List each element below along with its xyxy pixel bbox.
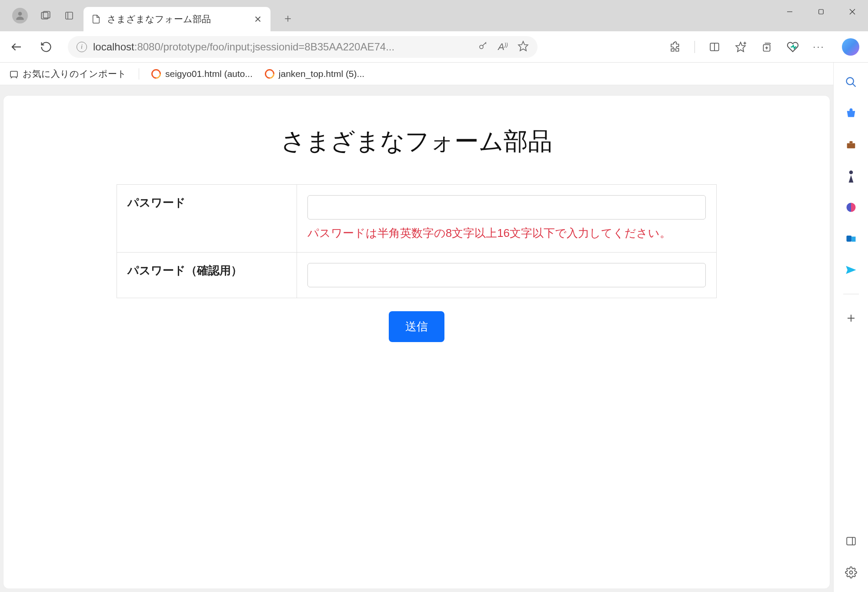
import-favorites-button[interactable]: お気に入りのインポート	[9, 68, 127, 80]
bookmarks-bar: お気に入りのインポート seigyo01.html (auto... janke…	[0, 63, 868, 85]
password-confirm-label: パスワード（確認用）	[117, 253, 297, 298]
page-icon	[91, 14, 101, 24]
svg-rect-30	[846, 236, 851, 242]
import-favorites-label: お気に入りのインポート	[23, 68, 127, 80]
copilot-icon[interactable]	[842, 38, 859, 56]
office-icon[interactable]	[844, 200, 858, 215]
svg-rect-33	[847, 537, 855, 545]
svg-point-14	[480, 45, 483, 49]
outlook-icon[interactable]	[844, 231, 858, 246]
url-actions: A))	[478, 40, 529, 53]
tab-actions-icon[interactable]	[63, 10, 75, 21]
search-icon[interactable]	[844, 75, 858, 90]
bookmark-janken-top[interactable]: janken_top.html (5)...	[265, 69, 364, 79]
svg-rect-28	[849, 141, 852, 143]
tools-icon[interactable]	[844, 137, 858, 152]
separator	[694, 41, 695, 53]
add-icon[interactable]	[844, 311, 858, 326]
refresh-button[interactable]	[38, 39, 54, 55]
back-button[interactable]	[9, 39, 24, 55]
password-row: パスワード パスワードは半角英数字の8文字以上16文字以下で入力してください。	[117, 185, 717, 253]
form-table: パスワード パスワードは半角英数字の8文字以上16文字以下で入力してください。 …	[117, 184, 717, 298]
titlebar-left	[0, 8, 75, 23]
minimize-button[interactable]	[774, 0, 805, 23]
window-titlebar: さまざまなフォーム部品	[0, 0, 868, 31]
new-tab-button[interactable]	[278, 9, 297, 28]
password-input[interactable]	[307, 195, 706, 220]
menu-icon[interactable]: ···	[812, 40, 825, 53]
send-icon[interactable]	[844, 263, 858, 277]
password-icon[interactable]	[478, 41, 488, 53]
bookmark-label: janken_top.html (5)...	[279, 69, 364, 79]
svg-rect-24	[10, 71, 17, 77]
content-area: さまざまなフォーム部品 パスワード パスワードは半角英数字の8文字以上16文字以…	[0, 85, 833, 592]
profile-icon[interactable]	[12, 8, 28, 23]
extensions-icon[interactable]	[668, 40, 681, 53]
read-aloud-icon[interactable]: A))	[498, 41, 508, 53]
browser-tab[interactable]: さまざまなフォーム部品	[83, 7, 270, 31]
close-window-button[interactable]	[837, 0, 868, 23]
hide-sidebar-icon[interactable]	[844, 534, 858, 549]
favicon-icon	[149, 67, 163, 80]
settings-icon[interactable]	[844, 565, 858, 580]
collections-icon[interactable]	[760, 40, 773, 53]
svg-point-0	[18, 12, 22, 16]
url-text: localhost:8080/prototype/foo/input;jsess…	[93, 41, 472, 53]
maximize-button[interactable]	[805, 0, 837, 23]
submit-button[interactable]: 送信	[389, 311, 444, 342]
password-confirm-row: パスワード（確認用）	[117, 253, 717, 298]
favicon-icon	[263, 67, 276, 80]
browser-toolbar: i localhost:8080/prototype/foo/input;jse…	[0, 31, 868, 63]
password-confirm-input[interactable]	[307, 263, 706, 287]
svg-line-26	[852, 84, 855, 87]
svg-rect-10	[819, 10, 824, 14]
password-label: パスワード	[117, 185, 297, 253]
svg-marker-15	[518, 41, 528, 51]
site-info-icon[interactable]: i	[77, 42, 87, 52]
page: さまざまなフォーム部品 パスワード パスワードは半角英数字の8文字以上16文字以…	[3, 96, 830, 589]
svg-rect-27	[847, 143, 855, 149]
edge-sidebar	[833, 63, 868, 592]
workspaces-icon[interactable]	[40, 10, 51, 21]
svg-point-35	[849, 571, 852, 574]
page-title: さまざまなフォーム部品	[117, 125, 717, 158]
address-bar[interactable]: i localhost:8080/prototype/foo/input;jse…	[68, 36, 537, 58]
svg-point-25	[846, 78, 853, 85]
bookmark-label: seigyo01.html (auto...	[165, 69, 253, 79]
window-controls	[774, 0, 868, 23]
toolbar-actions: ···	[668, 38, 859, 56]
performance-icon[interactable]	[786, 40, 799, 53]
svg-point-29	[849, 170, 853, 174]
svg-marker-18	[736, 42, 745, 52]
tab-title: さまざまなフォーム部品	[107, 13, 247, 25]
bookmark-seigyo01[interactable]: seigyo01.html (auto...	[151, 69, 253, 79]
games-icon[interactable]	[844, 169, 858, 183]
separator	[843, 294, 859, 294]
split-screen-icon[interactable]	[708, 40, 721, 53]
separator	[139, 68, 139, 80]
favorites-icon[interactable]	[734, 40, 747, 53]
tab-close-button[interactable]	[253, 14, 263, 24]
svg-rect-3	[66, 12, 73, 19]
import-icon	[9, 69, 18, 79]
shopping-icon[interactable]	[844, 106, 858, 121]
favorite-star-icon[interactable]	[517, 40, 529, 53]
password-error-message: パスワードは半角英数字の8文字以上16文字以下で入力してください。	[307, 225, 706, 242]
